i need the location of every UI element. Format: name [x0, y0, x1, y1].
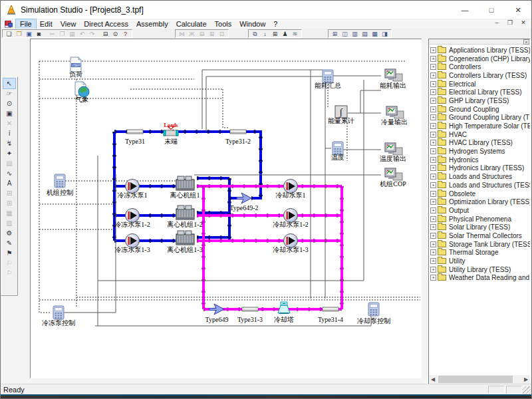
tree-item-electrical[interactable]: +Electrical: [430, 80, 530, 88]
chiller-control[interactable]: 机组控制: [47, 174, 73, 196]
tree-item-high-temperature-solar-tess[interactable]: +High Temperature Solar (TESS): [430, 122, 530, 130]
link-dotted[interactable]: [39, 61, 51, 313]
chw-pump-1-2[interactable]: 冷冻水泵1-2: [114, 209, 150, 229]
cw-pump-1[interactable]: 冷却水泵1: [276, 180, 306, 200]
tree-item-hydronics[interactable]: +Hydronics: [430, 156, 530, 164]
key-tool-icon[interactable]: ✦: [3, 148, 15, 158]
close-button[interactable]: ✕: [505, 1, 531, 19]
energy-accumulator[interactable]: ∫能量累计: [328, 106, 354, 124]
link-gray[interactable]: [202, 70, 323, 129]
tree-item-applications-library-tess[interactable]: +Applications Library (TESS): [430, 46, 530, 55]
tree-item-cogeneration-chp-library-tess[interactable]: +Cogeneration (CHP) Library (TESS): [430, 55, 530, 63]
menu-view[interactable]: View: [57, 19, 80, 29]
tree-panel-header[interactable]: x: [429, 39, 530, 45]
hierarchy-icon[interactable]: ⧉: [250, 30, 260, 38]
expand-icon[interactable]: +: [430, 174, 436, 180]
expand-icon[interactable]: +: [430, 191, 436, 197]
expand-icon[interactable]: +: [430, 233, 436, 239]
tree-item-obsolete[interactable]: +Obsolete: [430, 190, 530, 198]
tree-item-hvac[interactable]: +HVAC: [430, 130, 530, 139]
tree-item-hvac-library-tess[interactable]: +HVAC Library (TESS): [430, 139, 530, 148]
type649-2-diverter[interactable]: Type649-2: [229, 193, 258, 211]
expand-icon[interactable]: +: [430, 47, 436, 53]
expand-icon[interactable]: +: [430, 249, 436, 255]
tree-item-hydrogen-systems[interactable]: +Hydrogen Systems: [430, 147, 530, 156]
tree-item-loads-and-structures-tess[interactable]: +Loads and Structures (TESS): [430, 181, 530, 190]
scroll-right-icon[interactable]: ▶: [522, 375, 530, 384]
table-icon[interactable]: ⊞: [270, 30, 280, 38]
type649-diverter[interactable]: Type649: [205, 304, 229, 323]
scroll-left-icon[interactable]: ◀: [429, 375, 437, 384]
tree-item-output[interactable]: +Output: [430, 206, 530, 215]
load-data[interactable]: USER负荷: [69, 57, 82, 78]
weather-data[interactable]: 气象: [75, 82, 89, 103]
chw-pump-1[interactable]: 冷冻水泵1: [118, 180, 148, 200]
expand-icon[interactable]: +: [430, 182, 436, 188]
figure-icon[interactable]: ♟: [280, 30, 290, 38]
save-all-icon[interactable]: ◙: [34, 30, 44, 38]
settings-tool-icon[interactable]: ⚙: [3, 228, 15, 238]
unit-cop-output[interactable]: 机组COP: [380, 168, 406, 188]
menu-tools[interactable]: Tools: [211, 19, 236, 29]
expand-icon[interactable]: +: [430, 157, 436, 163]
project-canvas[interactable]: USER负荷气象Type31Loads末端Type31-2机组控制冷冻水泵1冷冻…: [30, 39, 422, 378]
pen-tool-icon[interactable]: ✎: [3, 238, 15, 248]
expand-icon[interactable]: +: [430, 199, 436, 205]
expand-icon[interactable]: +: [430, 165, 436, 171]
temperature-output[interactable]: 温度输出: [380, 143, 406, 162]
expand-icon[interactable]: +: [430, 81, 436, 87]
type31-pipe[interactable]: Type31: [125, 130, 145, 145]
tree-item-physical-phenomena[interactable]: +Physical Phenomena: [430, 215, 530, 223]
link-dotted[interactable]: [223, 89, 228, 128]
spline-tool-icon[interactable]: ∿: [3, 168, 15, 178]
link-tool-icon[interactable]: ↯: [3, 138, 15, 148]
expand-icon[interactable]: +: [430, 207, 436, 213]
open-folder-icon[interactable]: ❒: [14, 30, 24, 38]
expand-icon[interactable]: +: [430, 148, 436, 154]
tree-item-thermal-storage[interactable]: +Thermal Storage: [430, 249, 530, 257]
tree-item-loads-and-structures[interactable]: +Loads and Structures: [430, 172, 530, 181]
tree-item-ground-coupling-library-tess[interactable]: +Ground Coupling Library (TESS): [430, 114, 530, 122]
flow-diagram[interactable]: USER负荷气象Type31Loads末端Type31-2机组控制冷冻水泵1冷冻…: [31, 39, 421, 378]
menu-file[interactable]: File: [16, 19, 36, 29]
expand-icon[interactable]: +: [430, 216, 436, 222]
menu-?[interactable]: ?: [269, 19, 281, 29]
tree-item-utility-library-tess[interactable]: +Utility Library (TESS): [430, 265, 530, 274]
expand-icon[interactable]: +: [430, 56, 436, 62]
tree-item-hydronics-library-tess[interactable]: +Hydronics Library (TESS): [430, 164, 530, 173]
energy-output[interactable]: 能耗输出: [380, 69, 406, 89]
text-tool-icon[interactable]: A: [3, 178, 15, 188]
sort-down-icon[interactable]: ↓: [260, 30, 270, 38]
window-rows-icon[interactable]: ▤: [360, 30, 370, 38]
expand-icon[interactable]: +: [430, 114, 436, 120]
tree-item-electrical-library-tess[interactable]: +Electrical Library (TESS): [430, 88, 530, 96]
tree-item-optimization-library-tess[interactable]: +Optimization Library (TESS): [430, 198, 530, 206]
energy-summary[interactable]: 能耗汇总: [315, 70, 341, 89]
landscape-icon[interactable]: ≋: [290, 30, 300, 38]
maximize-button[interactable]: □: [478, 1, 505, 19]
chw-pump-control[interactable]: 冷冻泵控制: [42, 306, 75, 327]
expand-icon[interactable]: +: [430, 224, 436, 230]
resize-grip[interactable]: [523, 386, 531, 394]
mdi-restore-button[interactable]: ❐: [506, 19, 514, 26]
zoom-tool-icon[interactable]: ⊙: [3, 98, 15, 108]
expand-icon[interactable]: +: [430, 267, 436, 273]
tree-item-ghp-library-tess[interactable]: +GHP Library (TESS): [430, 96, 530, 105]
print-icon[interactable]: ⊟: [100, 30, 110, 38]
info-tool-icon[interactable]: i: [3, 128, 15, 138]
pan-tool-icon[interactable]: ☞: [3, 88, 15, 98]
temperature-calc[interactable]: 温度: [331, 142, 344, 161]
window-split-icon[interactable]: ▥: [350, 30, 360, 38]
scrollbar-thumb[interactable]: [438, 376, 513, 383]
tree-item-controllers[interactable]: +Controllers: [430, 63, 530, 71]
cooling-output[interactable]: 冷量输出: [381, 106, 408, 126]
cooling-tower[interactable]: 冷却塔: [274, 302, 294, 323]
select-tool-icon[interactable]: ↖: [3, 78, 15, 88]
tree-item-ground-coupling[interactable]: +Ground Coupling: [430, 105, 530, 114]
menu-assembly[interactable]: Assembly: [132, 19, 172, 29]
print-preview-icon[interactable]: ⊙: [110, 30, 120, 38]
expand-icon[interactable]: +: [430, 140, 436, 146]
tree-close-icon[interactable]: x: [523, 39, 529, 45]
expand-icon[interactable]: +: [430, 241, 436, 247]
expand-icon[interactable]: +: [430, 275, 436, 281]
